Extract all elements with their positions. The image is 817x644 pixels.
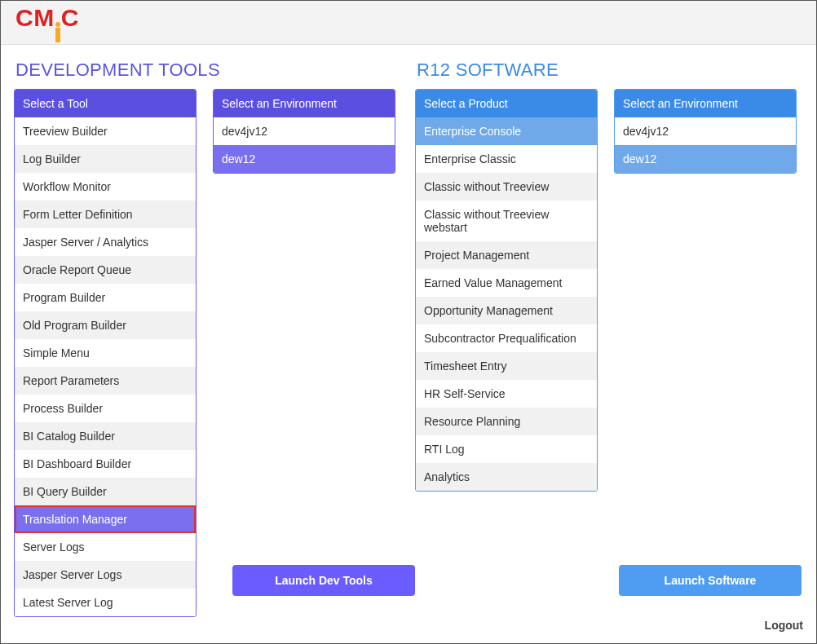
dev-tool-header: Select a Tool: [15, 90, 196, 117]
r12-product-item[interactable]: Classic without Treeview webstart: [416, 201, 597, 241]
dev-tool-item[interactable]: Jasper Server / Analytics: [15, 228, 196, 256]
r12-product-item[interactable]: HR Self-Service: [416, 380, 597, 408]
dev-tool-item[interactable]: BI Catalog Builder: [15, 422, 196, 450]
r12-section-title: R12 SOFTWARE: [417, 60, 803, 81]
r12-product-item[interactable]: Subcontractor Prequalification: [416, 324, 597, 352]
dev-env-item[interactable]: dew12: [214, 145, 395, 173]
r12-product-item[interactable]: Project Management: [416, 241, 597, 269]
dev-tool-item[interactable]: BI Query Builder: [15, 478, 196, 505]
r12-env-panel: Select an Environment dev4jv12 dew12: [614, 89, 797, 174]
r12-product-item[interactable]: Classic without Treeview: [416, 173, 597, 201]
r12-env-header: Select an Environment: [615, 90, 796, 117]
r12-env-item[interactable]: dew12: [615, 145, 796, 173]
dev-tool-panel: Select a Tool Treeview Builder Log Build…: [14, 89, 197, 617]
dev-tool-item[interactable]: Workflow Monitor: [15, 173, 196, 201]
r12-product-item[interactable]: RTI Log: [416, 435, 597, 463]
dev-tool-item[interactable]: Treeview Builder: [15, 117, 196, 145]
r12-env-item[interactable]: dev4jv12: [615, 117, 796, 145]
dev-env-header: Select an Environment: [214, 90, 395, 117]
dev-tool-item[interactable]: Old Program Builder: [15, 311, 196, 339]
r12-product-item[interactable]: Analytics: [416, 463, 597, 491]
dev-tool-item[interactable]: Server Logs: [15, 533, 196, 561]
main-content: DEVELOPMENT TOOLS Select a Tool Treeview…: [1, 45, 816, 617]
dev-tool-item[interactable]: Log Builder: [15, 145, 196, 173]
r12-product-panel: Select a Product Enterprise Console Ente…: [415, 89, 598, 492]
r12-product-item[interactable]: Enterprise Classic: [416, 145, 597, 173]
logo-i-icon: [55, 22, 60, 42]
dev-tool-item[interactable]: Form Letter Definition: [15, 201, 196, 228]
r12-product-item[interactable]: Enterprise Console: [416, 117, 597, 145]
dev-env-panel: Select an Environment dev4jv12 dew12: [213, 89, 395, 174]
r12-product-header: Select a Product: [416, 90, 597, 117]
dev-tool-item[interactable]: Process Builder: [15, 395, 196, 422]
r12-product-item[interactable]: Resource Planning: [416, 408, 597, 435]
r12-product-item[interactable]: Earned Value Management: [416, 269, 597, 297]
r12-software-section: R12 SOFTWARE Select a Product Enterprise…: [415, 56, 803, 617]
launch-software-button[interactable]: Launch Software: [619, 565, 802, 596]
dev-tool-item[interactable]: Latest Server Log: [15, 589, 196, 616]
dev-tool-item[interactable]: Simple Menu: [15, 339, 196, 367]
dev-tool-item[interactable]: Report Parameters: [15, 367, 196, 395]
dev-tool-item[interactable]: Oracle Report Queue: [15, 256, 196, 284]
dev-tool-item[interactable]: Program Builder: [15, 284, 196, 311]
dev-tool-item[interactable]: BI Dashboard Builder: [15, 450, 196, 478]
logout-link[interactable]: Logout: [765, 619, 803, 632]
cmic-logo: CMC: [15, 4, 79, 42]
topbar: CMC: [1, 1, 816, 45]
dev-tool-item-translation-manager[interactable]: Translation Manager: [15, 505, 196, 533]
dev-tool-item[interactable]: Jasper Server Logs: [15, 561, 196, 589]
dev-env-item[interactable]: dev4jv12: [214, 117, 395, 145]
launch-dev-tools-button[interactable]: Launch Dev Tools: [232, 565, 415, 596]
dev-section-title: DEVELOPMENT TOOLS: [15, 60, 402, 81]
r12-product-item[interactable]: Timesheet Entry: [416, 352, 597, 380]
r12-product-item[interactable]: Opportunity Management: [416, 297, 597, 324]
development-tools-section: DEVELOPMENT TOOLS Select a Tool Treeview…: [14, 56, 402, 617]
